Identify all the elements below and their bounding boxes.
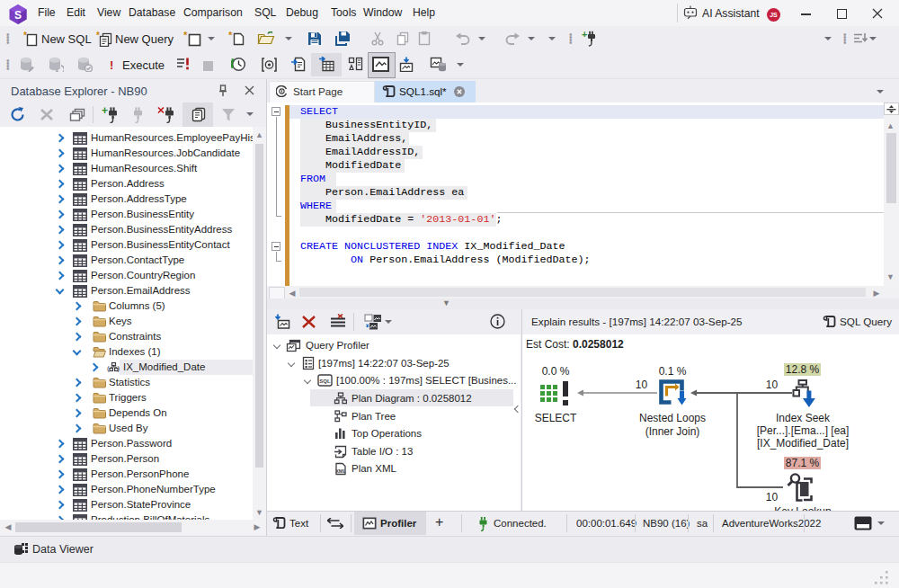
svg-text:*: * bbox=[96, 31, 100, 40]
svg-text:*: * bbox=[23, 31, 27, 40]
svg-text:*: * bbox=[183, 31, 188, 40]
svg-text:+: + bbox=[582, 31, 587, 40]
svg-text:XML: XML bbox=[335, 468, 346, 474]
svg-text:SQL: SQL bbox=[319, 379, 331, 384]
svg-text:S: S bbox=[14, 9, 22, 22]
svg-text:+: + bbox=[102, 106, 108, 117]
svg-text:*: * bbox=[228, 31, 233, 40]
